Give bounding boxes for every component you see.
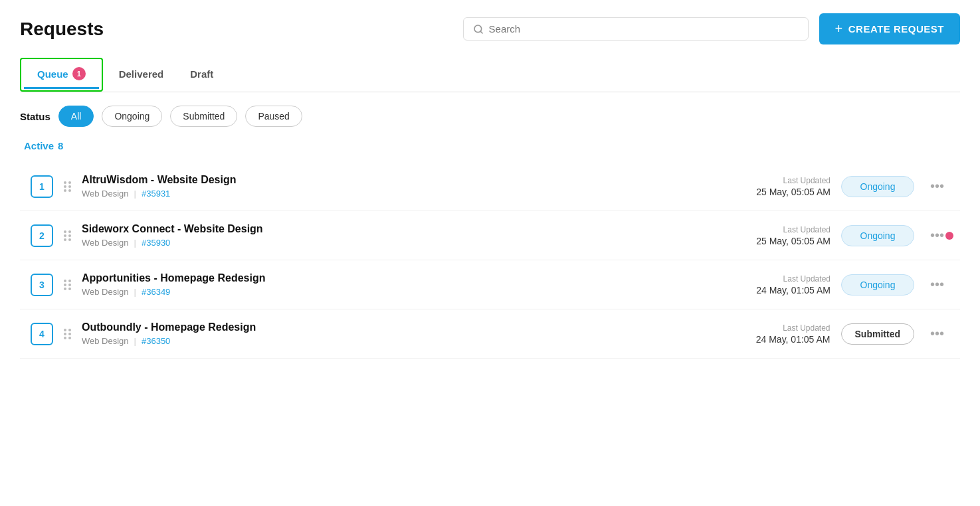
more-options-button[interactable]: •••	[925, 323, 949, 344]
ticket-link[interactable]: #36349	[142, 287, 170, 297]
drag-handle[interactable]	[64, 181, 71, 192]
notification-dot	[945, 232, 953, 240]
drag-handle[interactable]	[64, 230, 71, 241]
rank-badge: 3	[31, 274, 53, 296]
request-meta: Web Design | #35930	[82, 238, 714, 248]
last-updated: Last Updated 24 May, 01:05 AM	[724, 274, 831, 295]
ticket-link[interactable]: #36350	[142, 336, 170, 346]
last-updated: Last Updated 24 May, 01:05 AM	[724, 323, 831, 345]
rank-badge: 1	[31, 175, 53, 198]
rank-badge: 4	[31, 323, 53, 345]
drag-handle[interactable]	[64, 280, 71, 290]
queue-tab-wrapper: Queue 1	[20, 58, 103, 92]
status-filter-row: Status All Ongoing Submitted Paused	[20, 106, 960, 127]
request-meta: Web Design | #36349	[82, 287, 714, 297]
table-row: 2 Sideworx Connect - Website Design Web …	[20, 211, 960, 260]
status-filter-paused[interactable]: Paused	[245, 106, 302, 127]
request-info: Outboundly - Homepage Redesign Web Desig…	[82, 321, 714, 346]
status-badge[interactable]: Submitted	[841, 323, 914, 345]
request-title: Outboundly - Homepage Redesign	[82, 321, 714, 333]
ticket-link[interactable]: #35931	[142, 189, 170, 199]
table-row: 3 Apportunities - Homepage Redesign Web …	[20, 260, 960, 309]
more-options-button[interactable]: •••	[925, 225, 949, 246]
rank-badge: 2	[31, 224, 53, 247]
svg-line-1	[480, 31, 482, 33]
table-row: 4 Outboundly - Homepage Redesign Web Des…	[20, 309, 960, 359]
request-title: AltruWisdom - Website Design	[82, 174, 714, 186]
request-info: AltruWisdom - Website Design Web Design …	[82, 174, 714, 199]
tab-draft[interactable]: Draft	[177, 62, 227, 88]
requests-list: 1 AltruWisdom - Website Design Web Desig…	[20, 162, 960, 359]
status-filter-label: Status	[20, 111, 50, 122]
queue-badge: 1	[72, 67, 86, 80]
request-meta: Web Design | #35931	[82, 189, 714, 199]
status-badge[interactable]: Ongoing	[841, 225, 914, 246]
search-box	[463, 17, 809, 41]
tab-queue[interactable]: Queue 1	[24, 60, 99, 89]
table-row: 1 AltruWisdom - Website Design Web Desig…	[20, 162, 960, 211]
status-filter-submitted[interactable]: Submitted	[170, 106, 237, 127]
search-input[interactable]	[489, 23, 799, 35]
status-filter-ongoing[interactable]: Ongoing	[102, 106, 162, 127]
more-options-button[interactable]: •••	[925, 274, 949, 295]
drag-handle[interactable]	[64, 329, 71, 339]
request-title: Sideworx Connect - Website Design	[82, 223, 714, 235]
status-badge[interactable]: Ongoing	[841, 274, 914, 295]
create-request-button[interactable]: + CREATE REQUEST	[819, 13, 960, 44]
request-title: Apportunities - Homepage Redesign	[82, 272, 714, 284]
status-filter-all[interactable]: All	[58, 106, 94, 127]
more-options-button[interactable]: •••	[925, 176, 949, 197]
request-info: Sideworx Connect - Website Design Web De…	[82, 223, 714, 248]
ticket-link[interactable]: #35930	[142, 238, 170, 248]
tabs-row: Queue 1 Delivered Draft	[20, 58, 960, 92]
page-title: Requests	[20, 19, 104, 40]
request-info: Apportunities - Homepage Redesign Web De…	[82, 272, 714, 297]
tab-delivered[interactable]: Delivered	[106, 62, 177, 88]
search-icon	[473, 24, 484, 35]
last-updated: Last Updated 25 May, 05:05 AM	[724, 176, 831, 197]
active-section-label: Active8	[20, 140, 960, 151]
request-meta: Web Design | #36350	[82, 336, 714, 346]
status-badge[interactable]: Ongoing	[841, 176, 914, 197]
last-updated: Last Updated 25 May, 05:05 AM	[724, 225, 831, 246]
